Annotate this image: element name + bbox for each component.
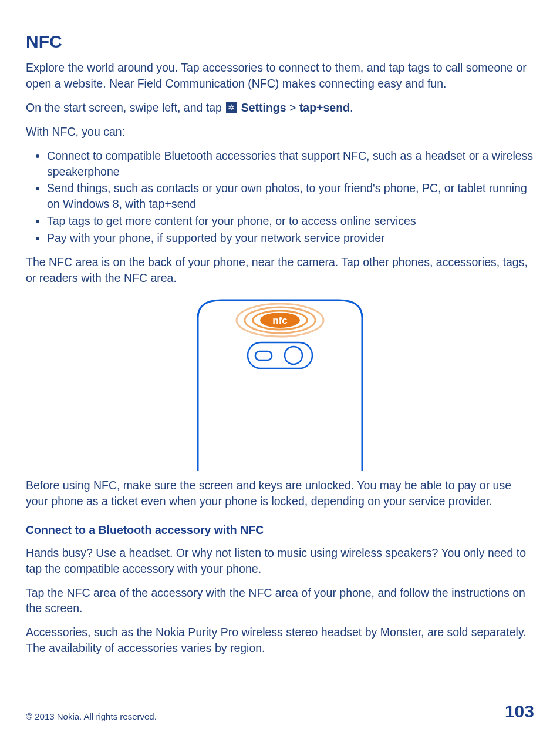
section2-p1: Hands busy? Use a headset. Or why not li… <box>26 545 534 577</box>
section-subheading: Connect to a Bluetooth accessory with NF… <box>26 523 534 537</box>
page-number: 103 <box>505 701 534 721</box>
list-item: Pay with your phone, if supported by you… <box>47 230 534 246</box>
section2-p3: Accessories, such as the Nokia Purity Pr… <box>26 624 534 656</box>
svg-point-6 <box>285 347 302 364</box>
svg-rect-5 <box>255 351 272 360</box>
list-item: Tap tags to get more content for your ph… <box>47 213 534 229</box>
page-title: NFC <box>26 32 534 52</box>
nfc-badge-text: nfc <box>272 315 288 326</box>
withnfc-line: With NFC, you can: <box>26 124 534 140</box>
list-item: Send things, such as contacts or your ow… <box>47 180 534 212</box>
copyright-text: © 2013 Nokia. All rights reserved. <box>26 711 157 721</box>
phone-illustration: nfc <box>26 294 534 471</box>
section2-p2: Tap the NFC area of the accessory with t… <box>26 585 534 617</box>
instruction-post: . <box>350 101 353 114</box>
settings-icon <box>226 102 237 113</box>
tapsend-label: tap+send <box>299 101 350 114</box>
page-footer: © 2013 Nokia. All rights reserved. 103 <box>26 701 534 721</box>
settings-label: Settings <box>241 101 286 114</box>
list-item: Connect to compatible Bluetooth accessor… <box>47 148 534 180</box>
nfc-area-paragraph: The NFC area is on the back of your phon… <box>26 254 534 286</box>
intro-paragraph: Explore the world around you. Tap access… <box>26 60 534 92</box>
instruction-line: On the start screen, swipe left, and tap… <box>26 100 534 116</box>
before-using-paragraph: Before using NFC, make sure the screen a… <box>26 478 534 509</box>
feature-list: Connect to compatible Bluetooth accessor… <box>26 148 534 246</box>
instruction-pre: On the start screen, swipe left, and tap <box>26 101 225 114</box>
separator: > <box>286 101 299 114</box>
